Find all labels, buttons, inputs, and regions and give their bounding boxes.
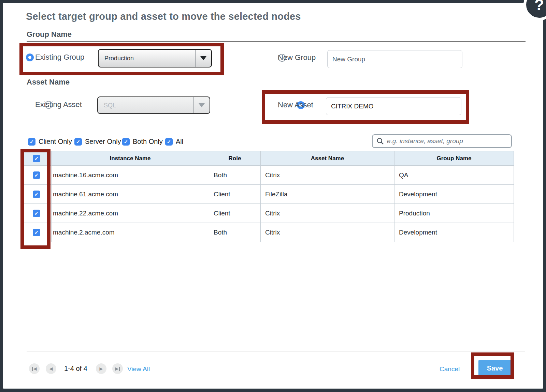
pagination-prev-button[interactable]: ◀ — [46, 363, 56, 374]
instances-table: Instance Name Role Asset Name Group Name… — [21, 151, 514, 242]
all-label: All — [176, 138, 183, 146]
existing-asset-dropdown-value: SQL — [104, 102, 116, 109]
role-cell: Client — [209, 185, 261, 204]
role-cell: Both — [209, 166, 261, 185]
server-only-checkbox[interactable] — [74, 138, 82, 146]
new-asset-input[interactable] — [326, 97, 461, 115]
client-only-label: Client Only — [39, 138, 72, 146]
new-group-input[interactable] — [327, 50, 462, 68]
instance-name-cell: machine.2.acme.com — [52, 223, 209, 242]
search-box — [372, 134, 512, 148]
existing-group-dropdown-value: Production — [104, 55, 134, 62]
page-title: Select target group and asset to move th… — [26, 11, 301, 22]
move-nodes-dialog: Select target group and asset to move th… — [3, 3, 543, 389]
existing-asset-dropdown: SQL — [97, 96, 210, 114]
dropdown-arrow-button[interactable] — [195, 50, 211, 67]
row-checkbox[interactable] — [33, 229, 40, 236]
pagination-first-button[interactable]: ◀ — [29, 363, 40, 374]
col-header-instance-name: Instance Name — [52, 151, 209, 166]
row-checkbox[interactable] — [33, 210, 40, 217]
view-all-link[interactable]: View All — [127, 365, 150, 373]
group-name-cell: Production — [394, 204, 514, 223]
asset-name-section-heading: Asset Name — [27, 78, 526, 89]
existing-group-radio[interactable] — [26, 54, 34, 61]
row-checkbox[interactable] — [33, 191, 40, 198]
footer-divider — [27, 351, 525, 351]
pagination-range: 1-4 of 4 — [64, 365, 87, 373]
both-only-label: Both Only — [133, 138, 163, 146]
role-cell: Both — [209, 223, 261, 242]
last-page-icon — [119, 367, 120, 371]
col-header-role: Role — [209, 151, 261, 166]
table-row: machine.22.acme.com Client Citrix Produc… — [22, 204, 514, 223]
group-name-cell: QA — [394, 166, 514, 185]
row-checkbox[interactable] — [33, 171, 40, 179]
table-row: machine.16.acme.com Both Citrix QA — [22, 166, 514, 185]
chevron-down-icon — [199, 103, 205, 107]
asset-name-cell: FileZilla — [261, 185, 394, 204]
existing-group-dropdown[interactable]: Production — [98, 49, 212, 67]
cancel-button[interactable]: Cancel — [440, 365, 460, 373]
save-button[interactable]: Save — [478, 360, 511, 376]
new-asset-label: New Asset — [278, 101, 313, 109]
table-row: machine.61.acme.com Client FileZilla Dev… — [22, 185, 514, 204]
asset-name-cell: Citrix — [261, 166, 394, 185]
search-icon — [376, 137, 384, 145]
help-icon[interactable]: ? — [523, 0, 546, 20]
pagination-next-button[interactable]: ▶ — [96, 363, 106, 374]
first-page-icon — [32, 367, 33, 371]
instance-name-cell: machine.22.acme.com — [52, 204, 209, 223]
both-only-checkbox[interactable] — [122, 138, 130, 146]
table-row: machine.2.acme.com Both Citrix Developme… — [22, 223, 514, 242]
new-group-label: New Group — [278, 53, 316, 62]
search-input[interactable] — [384, 135, 511, 147]
select-all-checkbox[interactable] — [33, 155, 40, 162]
group-name-cell: Development — [394, 185, 514, 204]
client-only-checkbox[interactable] — [28, 138, 35, 146]
group-name-section-heading: Group Name — [27, 30, 526, 42]
col-header-group-name: Group Name — [394, 151, 514, 166]
existing-group-label: Existing Group — [35, 53, 84, 62]
group-name-cell: Development — [394, 223, 514, 242]
role-cell: Client — [209, 204, 261, 223]
instance-name-cell: machine.16.acme.com — [52, 166, 209, 185]
dropdown-arrow-disabled — [193, 97, 210, 113]
all-checkbox[interactable] — [165, 138, 173, 146]
instance-name-cell: machine.61.acme.com — [52, 185, 209, 204]
pagination-last-button[interactable]: ▶ — [112, 363, 123, 374]
asset-name-cell: Citrix — [261, 223, 394, 242]
asset-name-cell: Citrix — [261, 204, 394, 223]
server-only-label: Server Only — [85, 138, 121, 146]
chevron-down-icon — [200, 56, 206, 60]
table-header-row: Instance Name Role Asset Name Group Name — [22, 151, 514, 166]
existing-asset-label: Existing Asset — [35, 100, 82, 109]
col-header-asset-name: Asset Name — [261, 151, 394, 166]
